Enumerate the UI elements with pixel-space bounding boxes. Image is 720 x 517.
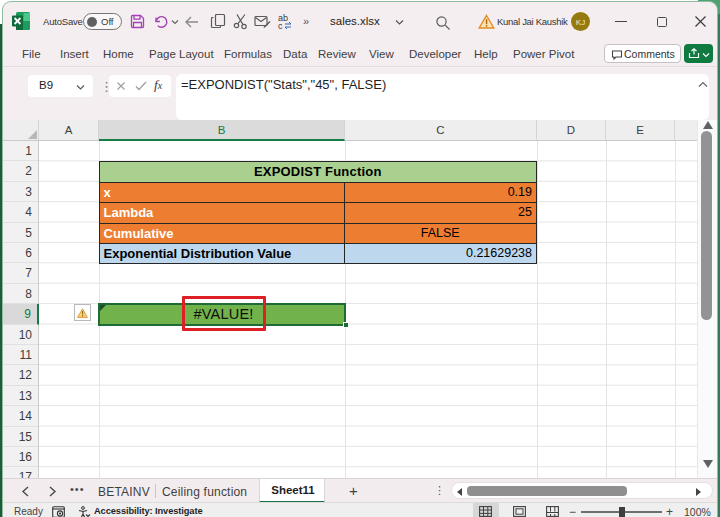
svg-text:c: c (278, 21, 283, 30)
